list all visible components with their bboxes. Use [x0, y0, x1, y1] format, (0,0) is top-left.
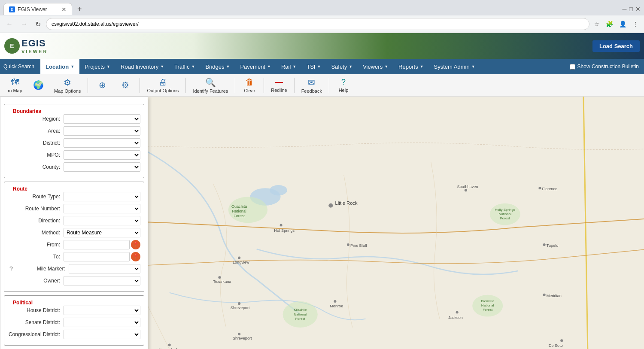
- map-options-button[interactable]: ⚙ Map Options: [51, 76, 84, 95]
- county-select[interactable]: [64, 162, 140, 172]
- method-select[interactable]: Route Measure: [64, 228, 140, 237]
- nav-safety-label: Safety: [331, 64, 347, 70]
- road-inventory-dropdown-arrow: ▼: [160, 64, 164, 69]
- help-button[interactable]: ? Help: [333, 76, 354, 94]
- show-construction-checkbox[interactable]: [570, 64, 575, 70]
- senate-district-select[interactable]: [64, 318, 140, 327]
- identify-features-icon: 🔍: [205, 77, 216, 88]
- bookmark-button[interactable]: ☆: [592, 20, 602, 28]
- nav-item-safety[interactable]: Safety ▼: [326, 59, 358, 74]
- house-district-row: House District:: [8, 306, 140, 315]
- refresh-button[interactable]: ↻: [33, 19, 43, 29]
- clear-button[interactable]: 🗑 Clear: [239, 76, 260, 95]
- help-icon: ?: [341, 78, 346, 87]
- political-title: Political: [11, 300, 34, 306]
- settings-button[interactable]: ⚙: [115, 78, 136, 93]
- svg-point-44: [238, 257, 240, 259]
- nav-item-system-admin[interactable]: System Admin ▼: [429, 59, 480, 74]
- extensions-button[interactable]: 🧩: [604, 20, 615, 28]
- output-options-icon: 🖨: [158, 77, 167, 87]
- owner-row: Owner:: [8, 276, 140, 285]
- nav-item-reports[interactable]: Reports ▼: [393, 59, 428, 74]
- active-tab[interactable]: E EGIS Viewer ✕: [3, 3, 72, 15]
- svg-point-30: [465, 189, 467, 191]
- svg-text:Forest: Forest: [234, 214, 245, 218]
- menu-button[interactable]: ⋮: [630, 20, 641, 28]
- svg-point-52: [168, 344, 171, 346]
- house-district-select[interactable]: [64, 306, 140, 315]
- route-type-select[interactable]: [64, 192, 140, 201]
- svg-point-24: [347, 243, 349, 246]
- nav-item-rail[interactable]: Rail ▼: [276, 59, 301, 74]
- nav-item-traffic[interactable]: Traffic ▼: [169, 59, 200, 74]
- toolbar-divider-7: [329, 78, 329, 93]
- app-logo: E EGIS VIEWER: [4, 38, 48, 54]
- bridges-dropdown-arrow: ▼: [226, 64, 230, 69]
- forward-button[interactable]: →: [18, 19, 30, 29]
- redline-button[interactable]: — Redline: [267, 76, 290, 94]
- new-tab-button[interactable]: +: [76, 5, 84, 14]
- to-input-group: 📍: [64, 252, 140, 261]
- to-location-button[interactable]: 📍: [131, 252, 140, 261]
- toolbar-divider-5: [264, 78, 264, 93]
- identify-features-button[interactable]: 🔍 Identify Features: [189, 76, 231, 95]
- political-section: Political House District: Senate Distric…: [4, 295, 144, 346]
- svg-text:Meridian: Meridian: [547, 294, 562, 298]
- restore-button[interactable]: □: [629, 6, 633, 12]
- toolbar-divider-1: [88, 78, 88, 93]
- locate-button[interactable]: ⊕: [91, 78, 113, 93]
- congressional-district-select[interactable]: [64, 330, 140, 339]
- nav-item-viewers[interactable]: Viewers ▼: [358, 59, 393, 74]
- from-location-button[interactable]: 📍: [131, 240, 140, 249]
- nav-item-pavement[interactable]: Pavement ▼: [235, 59, 276, 74]
- owner-select[interactable]: [64, 276, 140, 285]
- mile-marker-select[interactable]: [69, 264, 140, 273]
- area-select[interactable]: [64, 126, 140, 136]
- show-construction-label: Show Construction Bulletin: [577, 64, 639, 70]
- address-input[interactable]: [46, 18, 589, 30]
- svg-text:De Soto: De Soto: [549, 343, 563, 348]
- minimize-button[interactable]: ─: [623, 6, 627, 12]
- nav-item-tsi[interactable]: TSI ▼: [301, 59, 326, 74]
- mpo-select[interactable]: [64, 150, 140, 160]
- base-map-label: m Map: [8, 88, 22, 93]
- route-type-label: Route Type:: [8, 194, 64, 200]
- output-options-button[interactable]: 🖨 Output Options: [143, 76, 182, 95]
- globe-button[interactable]: 🌍: [27, 78, 49, 93]
- region-select[interactable]: [64, 114, 140, 124]
- load-search-button[interactable]: Load Search: [592, 40, 640, 52]
- nav-item-road-inventory[interactable]: Road Inventory ▼: [115, 59, 169, 74]
- senate-district-row: Senate District:: [8, 318, 140, 327]
- feedback-button[interactable]: ✉ Feedback: [298, 76, 325, 95]
- district-select[interactable]: [64, 138, 140, 148]
- nav-viewers-label: Viewers: [363, 64, 383, 70]
- direction-select[interactable]: [64, 216, 140, 225]
- nav-item-location[interactable]: Location ▼: [40, 59, 79, 74]
- county-row: County:: [8, 162, 140, 172]
- nav-rail-label: Rail: [281, 64, 291, 70]
- nav-items: Location ▼ Projects ▼ Road Inventory ▼ T…: [40, 59, 480, 74]
- back-button[interactable]: ←: [3, 19, 15, 29]
- tsi-dropdown-arrow: ▼: [317, 64, 321, 69]
- nav-item-projects[interactable]: Projects ▼: [79, 59, 115, 74]
- from-input[interactable]: [64, 240, 130, 249]
- route-number-select[interactable]: [64, 204, 140, 213]
- mile-marker-label: Mile Marker:: [13, 266, 69, 272]
- profile-button[interactable]: 👤: [617, 20, 629, 28]
- svg-point-42: [238, 333, 240, 335]
- base-map-button[interactable]: 🗺 m Map: [4, 76, 26, 95]
- svg-point-34: [543, 243, 546, 246]
- close-window-button[interactable]: ✕: [635, 6, 641, 12]
- map-container[interactable]: Ouachita National Forest Holly Springs N…: [0, 97, 644, 349]
- quick-search-area: Quick Search: [0, 64, 40, 70]
- svg-text:Florence: Florence: [542, 187, 558, 191]
- congressional-district-row: Congressional District:: [8, 330, 140, 339]
- tab-close-button[interactable]: ✕: [61, 6, 67, 13]
- svg-text:Jackson: Jackson: [448, 316, 462, 320]
- svg-point-50: [560, 339, 563, 342]
- to-input[interactable]: [64, 252, 130, 261]
- pavement-dropdown-arrow: ▼: [267, 64, 271, 69]
- logo-egis: EGIS: [21, 38, 46, 49]
- nav-item-bridges[interactable]: Bridges ▼: [200, 59, 235, 74]
- redline-icon: —: [275, 78, 283, 87]
